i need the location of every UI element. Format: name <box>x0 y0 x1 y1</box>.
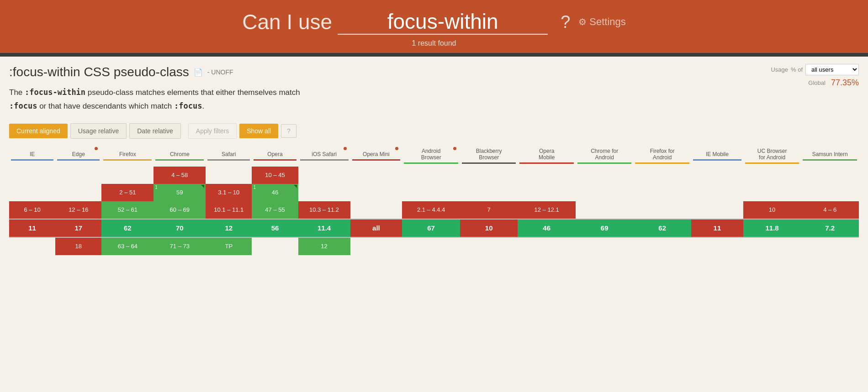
cell <box>206 167 252 184</box>
cell: 4 – 6 <box>801 201 859 219</box>
cell-current-opmob: 46 <box>518 219 576 237</box>
cell <box>576 167 634 184</box>
browser-ie-mobile: IE Mobile <box>691 145 743 167</box>
user-type-select[interactable]: all users tracked users <box>805 64 859 75</box>
cell: 2 – 51 <box>101 184 153 201</box>
cell-current-safari: 12 <box>206 219 252 237</box>
cell: 12 <box>298 237 350 255</box>
cell <box>55 184 101 201</box>
cell <box>691 167 743 184</box>
cell <box>691 201 743 219</box>
cell: 18 <box>55 237 101 255</box>
cell <box>518 237 576 255</box>
cell-current-ie: 11 <box>9 219 55 237</box>
cell <box>252 237 298 255</box>
browser-ff-android: Firefox forAndroid <box>633 145 691 167</box>
filter-help-button[interactable]: ? <box>281 124 296 138</box>
browser-chrome-android: Chrome forAndroid <box>576 145 634 167</box>
chromeand-underline <box>577 162 632 164</box>
cell: 1 46 <box>252 184 298 201</box>
search-input[interactable] <box>338 9 548 35</box>
can-i-use-label: Can I use <box>242 10 332 34</box>
cell <box>9 184 55 201</box>
cell <box>743 237 801 255</box>
cell-current-ff: 62 <box>101 219 153 237</box>
cell-current-bb: 10 <box>460 219 518 237</box>
ios-underline <box>300 159 349 161</box>
cell: 10 – 45 <box>252 167 298 184</box>
cell <box>576 237 634 255</box>
cell <box>402 237 460 255</box>
feature-title-row: :focus-within CSS pseudo-class 📄 - UNOFF <box>9 65 859 79</box>
feature-description: The :focus-within pseudo-class matches e… <box>9 86 329 113</box>
chrome-underline <box>155 159 204 161</box>
result-count: 1 result found <box>0 39 868 47</box>
code-focus-1: :focus <box>9 101 37 110</box>
cell: 52 – 61 <box>101 201 153 219</box>
dark-bar <box>0 53 868 57</box>
ios-dot <box>344 147 347 150</box>
ie-underline <box>11 159 53 161</box>
cell-current-uc: 11.8 <box>743 219 801 237</box>
cell: 47 – 55 <box>252 201 298 219</box>
cell: 3.1 – 10 <box>206 184 252 201</box>
apply-filters-button[interactable]: Apply filters <box>188 123 237 139</box>
cell <box>633 184 691 201</box>
cell-current-ios: 11.4 <box>298 219 350 237</box>
cell <box>801 184 859 201</box>
cell: 7 <box>460 201 518 219</box>
doc-icon: 📄 <box>194 68 203 77</box>
usage-label: Usage <box>771 66 788 73</box>
browser-header-row: IE Edge Firefox <box>9 145 859 167</box>
current-aligned-button[interactable]: Current aligned <box>9 124 68 138</box>
cell <box>9 167 55 184</box>
cell <box>801 167 859 184</box>
ff-underline <box>103 159 152 161</box>
cell <box>518 167 576 184</box>
cell-current-ffand: 62 <box>633 219 691 237</box>
usage-relative-button[interactable]: Usage relative <box>70 123 127 139</box>
browser-blackberry: BlackberryBrowser <box>460 145 518 167</box>
table-row: 6 – 10 12 – 16 52 – 61 60 – 69 10.1 – 11… <box>9 201 859 219</box>
cell <box>350 167 402 184</box>
cell <box>55 167 101 184</box>
browser-samsung: Samsun Intern <box>801 145 859 167</box>
ffand-underline <box>635 162 689 164</box>
date-relative-button[interactable]: Date relative <box>129 123 181 139</box>
percent-of-label: % of <box>791 66 803 73</box>
feature-title: :focus-within CSS pseudo-class <box>9 65 189 79</box>
compat-wrapper: IE Edge Firefox <box>9 145 859 255</box>
browser-chrome: Chrome <box>153 145 206 167</box>
android-dot <box>453 147 456 150</box>
cell <box>402 167 460 184</box>
cell <box>743 184 801 201</box>
cell-current-opera: 56 <box>252 219 298 237</box>
bb-underline <box>462 162 516 164</box>
code-focus-within-1: :focus-within <box>25 88 85 97</box>
cell <box>9 237 55 255</box>
cell: TP <box>206 237 252 255</box>
table-row: 4 – 58 10 – 45 <box>9 167 859 184</box>
browser-ie: IE <box>9 145 55 167</box>
edge-underline <box>57 159 100 161</box>
help-icon[interactable]: ? <box>561 12 570 32</box>
cell <box>801 237 859 255</box>
cell <box>518 184 576 201</box>
android-underline <box>404 162 458 164</box>
edge-dot <box>95 147 98 150</box>
gear-icon: ⚙ <box>578 16 587 27</box>
opmob-underline <box>519 162 574 164</box>
global-label: Global <box>808 79 826 86</box>
mini-underline <box>352 159 401 161</box>
cell <box>633 237 691 255</box>
global-value: 77.35% <box>831 78 859 88</box>
table-row: 18 63 – 64 71 – 73 TP 12 <box>9 237 859 255</box>
cell <box>298 184 350 201</box>
browser-opera-mobile: OperaMobile <box>518 145 576 167</box>
settings-label[interactable]: Settings <box>589 16 626 28</box>
mini-dot <box>395 147 398 150</box>
browser-ios: iOS Safari <box>298 145 350 167</box>
show-all-button[interactable]: Show all <box>239 124 278 138</box>
cell-current-iemob: 11 <box>691 219 743 237</box>
cell <box>576 184 634 201</box>
